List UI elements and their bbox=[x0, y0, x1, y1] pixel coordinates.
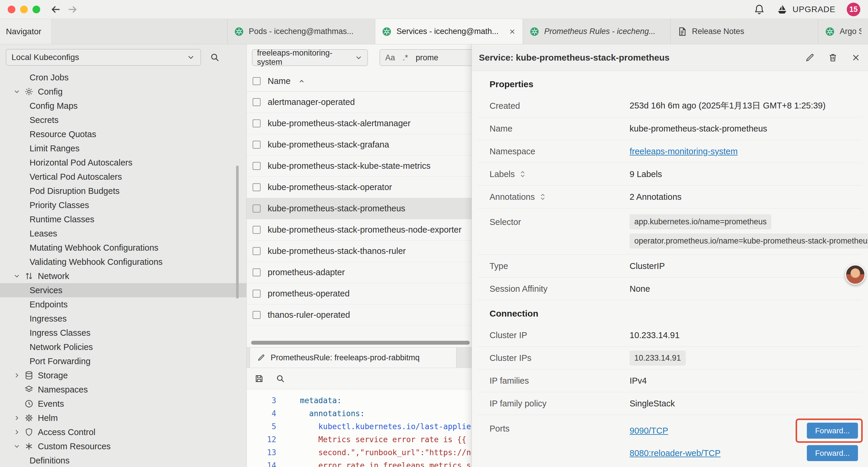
row-name: kube-prometheus-stack-alertmanager bbox=[268, 119, 411, 128]
drawer-row-label: Name bbox=[490, 124, 629, 134]
navigator-tab[interactable]: Navigator bbox=[0, 19, 52, 44]
updown-icon[interactable] bbox=[539, 192, 547, 202]
row-checkbox[interactable] bbox=[253, 183, 260, 191]
caret-down-icon[interactable] bbox=[13, 442, 24, 450]
sidebar-item-cron-jobs[interactable]: Cron Jobs bbox=[0, 70, 246, 85]
tab-services-icecheng-math[interactable]: Services - icecheng@math... bbox=[375, 19, 523, 44]
user-avatar[interactable] bbox=[845, 265, 865, 285]
sidebar-item-events[interactable]: Events bbox=[0, 397, 246, 411]
sidebar-item-limit-ranges[interactable]: Limit Ranges bbox=[0, 141, 246, 155]
drawer-label-text: Type bbox=[490, 261, 508, 271]
tab-prometheus-rules-icecheng[interactable]: Prometheus Rules - icecheng... bbox=[523, 19, 671, 44]
delete-trash-icon[interactable] bbox=[828, 53, 838, 63]
search-icon[interactable] bbox=[276, 374, 285, 383]
sidebar-item-ingresses[interactable]: Ingresses bbox=[0, 312, 246, 326]
sidebar-item-definitions[interactable]: Definitions bbox=[0, 454, 246, 467]
port-forward-button[interactable]: Forward... bbox=[807, 423, 858, 439]
namespace-filter-select[interactable]: freeleaps-monitoring-system bbox=[252, 49, 368, 66]
sidebar-item-leases[interactable]: Leases bbox=[0, 226, 246, 241]
sidebar-item-endpoints[interactable]: Endpoints bbox=[0, 297, 246, 312]
caret-right-icon[interactable] bbox=[13, 372, 24, 379]
sidebar-item-runtime-classes[interactable]: Runtime Classes bbox=[0, 212, 246, 226]
caret-right-icon[interactable] bbox=[13, 414, 24, 422]
regex-toggle[interactable]: .* bbox=[403, 53, 408, 62]
section-heading-connection: Connection bbox=[472, 300, 868, 324]
sidebar-item-port-forwarding[interactable]: Port Forwarding bbox=[0, 354, 246, 368]
caret-down-icon[interactable] bbox=[13, 88, 24, 95]
notifications-bell-icon[interactable] bbox=[754, 4, 765, 15]
row-checkbox[interactable] bbox=[253, 119, 260, 127]
table-search-input[interactable]: Aa .* prome bbox=[380, 49, 477, 66]
sort-ascending-icon[interactable] bbox=[298, 78, 305, 85]
sidebar-item-mutating-webhook-configurations[interactable]: Mutating Webhook Configurations bbox=[0, 241, 246, 255]
drawer-row-value: 10.233.14.91 bbox=[629, 330, 680, 340]
sidebar-scrollbar[interactable] bbox=[236, 166, 239, 298]
sidebar-item-ingress-classes[interactable]: Ingress Classes bbox=[0, 326, 246, 340]
name-column-header[interactable]: Name bbox=[268, 76, 290, 86]
close-icon[interactable] bbox=[851, 53, 861, 63]
window-minimize-button[interactable] bbox=[20, 6, 28, 13]
sidebar-item-helm[interactable]: Helm bbox=[0, 411, 246, 425]
row-checkbox[interactable] bbox=[253, 226, 260, 234]
row-checkbox[interactable] bbox=[253, 141, 260, 149]
dock-tab-prometheusrule[interactable]: PrometheusRule: freeleaps-prod-rabbitmq bbox=[250, 348, 457, 368]
kubernetes-icon bbox=[825, 27, 835, 37]
caret-right-icon[interactable] bbox=[13, 428, 24, 436]
forward-icon[interactable] bbox=[67, 4, 78, 15]
sidebar-item-namespaces[interactable]: Namespaces bbox=[0, 382, 246, 397]
row-checkbox[interactable] bbox=[253, 205, 260, 212]
drawer-actions bbox=[805, 53, 861, 63]
shield-icon bbox=[24, 428, 34, 437]
save-icon[interactable] bbox=[254, 374, 264, 383]
notification-count-badge[interactable]: 15 bbox=[847, 3, 860, 16]
row-checkbox[interactable] bbox=[253, 290, 260, 298]
match-case-toggle[interactable]: Aa bbox=[385, 53, 395, 62]
chevron-down-icon bbox=[354, 54, 363, 62]
sidebar-item-network[interactable]: Network bbox=[0, 269, 246, 283]
sidebar-item-custom-resources[interactable]: Custom Resources bbox=[0, 439, 246, 454]
row-checkbox[interactable] bbox=[253, 98, 260, 106]
sidebar-item-config[interactable]: Config bbox=[0, 85, 246, 99]
sidebar-item-secrets[interactable]: Secrets bbox=[0, 113, 246, 127]
sidebar-item-validating-webhook-configurations[interactable]: Validating Webhook Configurations bbox=[0, 255, 246, 269]
sidebar-item-storage[interactable]: Storage bbox=[0, 368, 246, 382]
port-link[interactable]: 9090/TCP bbox=[629, 426, 668, 436]
sidebar-item-network-policies[interactable]: Network Policies bbox=[0, 340, 246, 354]
port-link[interactable]: 8080:reloader-web/TCP bbox=[629, 448, 720, 458]
sidebar-item-access-control[interactable]: Access Control bbox=[0, 425, 246, 439]
sidebar-item-config-maps[interactable]: Config Maps bbox=[0, 99, 246, 113]
back-icon[interactable] bbox=[50, 4, 61, 15]
row-checkbox[interactable] bbox=[253, 311, 260, 319]
search-icon[interactable] bbox=[210, 52, 220, 62]
namespace-filter-value: freeleaps-monitoring-system bbox=[257, 49, 354, 67]
sidebar-item-vertical-pod-autoscalers[interactable]: Vertical Pod Autoscalers bbox=[0, 170, 246, 184]
close-icon[interactable] bbox=[508, 28, 516, 35]
updown-icon[interactable] bbox=[519, 169, 526, 179]
tab-pods-icecheng-mathmas[interactable]: Pods - icecheng@mathmas... bbox=[227, 19, 375, 44]
tab-argo-se[interactable]: Argo Se bbox=[818, 19, 868, 44]
navigator-zone: Navigator bbox=[0, 19, 227, 44]
sidebar-item-services[interactable]: Services bbox=[0, 283, 246, 297]
row-checkbox[interactable] bbox=[253, 162, 260, 170]
sidebar-item-label: Validating Webhook Configurations bbox=[30, 257, 162, 267]
sidebar-item-horizontal-pod-autoscalers[interactable]: Horizontal Pod Autoscalers bbox=[0, 155, 246, 170]
row-checkbox[interactable] bbox=[253, 268, 260, 276]
table-horizontal-scrollbar[interactable] bbox=[251, 341, 470, 345]
sidebar-item-pod-disruption-budgets[interactable]: Pod Disruption Budgets bbox=[0, 184, 246, 198]
sidebar-item-resource-quotas[interactable]: Resource Quotas bbox=[0, 127, 246, 141]
window-zoom-button[interactable] bbox=[32, 6, 40, 13]
drawer-row-annotations: Annotations2 Annotations bbox=[478, 185, 862, 208]
namespace-link[interactable]: freeleaps-monitoring-system bbox=[629, 147, 738, 156]
tab-release-notes[interactable]: Release Notes bbox=[671, 19, 818, 44]
tab-label: Argo Se bbox=[840, 27, 862, 36]
port-forward-button[interactable]: Forward... bbox=[807, 445, 858, 461]
tab-label: Release Notes bbox=[692, 27, 812, 36]
upgrade-button[interactable]: UPGRADE bbox=[776, 4, 836, 16]
sidebar-item-priority-classes[interactable]: Priority Classes bbox=[0, 198, 246, 212]
kubeconfig-selector[interactable]: Local Kubeconfigs bbox=[6, 49, 201, 66]
edit-pencil-icon[interactable] bbox=[805, 53, 815, 63]
caret-down-icon[interactable] bbox=[13, 272, 24, 280]
select-all-checkbox[interactable] bbox=[253, 77, 260, 85]
row-checkbox[interactable] bbox=[253, 247, 260, 255]
window-close-button[interactable] bbox=[8, 6, 16, 13]
